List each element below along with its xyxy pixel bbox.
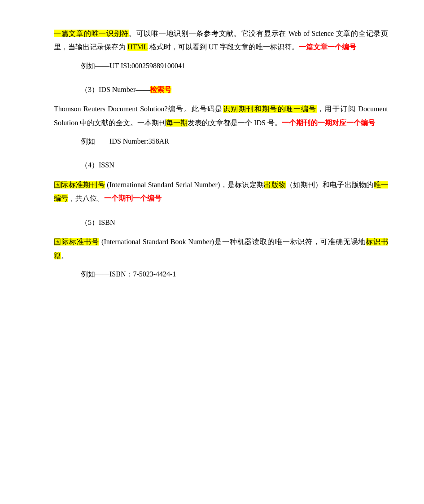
isbn-paragraph: 国际标准书号 (International Standard Book Numb… [54, 235, 388, 263]
ids-highlight-1: 识别期刊和期号的唯一编号 [223, 105, 317, 113]
issn-paragraph: 国际标准期刊号 (International Standard Serial N… [54, 178, 388, 206]
issn-text-1: (International Standard Serial Number)，是… [105, 181, 264, 188]
isbn-text-1: (International Standard Book Number)是一种机… [99, 238, 366, 245]
ut-example: 例如——UT ISI:000259889100041 [81, 60, 388, 73]
ids-heading-highlight: 检索号 [150, 86, 171, 93]
issn-text-2: （如期刊）和电子出版物的 [286, 181, 374, 188]
isbn-text-2: 。 [61, 252, 68, 259]
issn-highlight-1: 国际标准期刊号 [54, 181, 105, 188]
ut-paragraph: 一篇文章的唯一识别符。可以唯一地识别一条参考文献。它没有显示在 Web of S… [54, 27, 388, 54]
ut-summary: 一篇文章一个编号 [299, 43, 356, 51]
ut-section: 一篇文章的唯一识别符。可以唯一地识别一条参考文献。它没有显示在 Web of S… [54, 27, 388, 73]
issn-highlight-2: 出版物 [264, 181, 286, 188]
ids-text-3: 发表的文章都是一个 IDS 号。 [188, 119, 282, 127]
ids-paragraph: Thomson Reuters Document Solution?编号。此号码… [54, 102, 388, 130]
isbn-example: 例如——ISBN：7-5023-4424-1 [81, 268, 388, 281]
isbn-heading: （5）ISBN [81, 216, 388, 229]
ids-text-1: Thomson Reuters Document Solution?编号。此号码… [54, 105, 223, 113]
issn-section: （4）ISSN 国际标准期刊号 (International Standard … [54, 159, 388, 206]
ids-section: （3）IDS Number——检索号 Thomson Reuters Docum… [54, 83, 388, 148]
ids-heading: （3）IDS Number——检索号 [81, 83, 388, 96]
ids-highlight-2: 每一期 [166, 119, 188, 127]
isbn-section: （5）ISBN 国际标准书号 (International Standard B… [54, 216, 388, 281]
ids-heading-text: （3）IDS Number—— [81, 86, 150, 93]
isbn-highlight-1: 国际标准书号 [54, 238, 99, 245]
issn-summary: 一个期刊一个编号 [104, 194, 162, 202]
ut-highlight-1: 一篇文章的唯一识别符 [54, 30, 129, 37]
ut-text-2: 格式时，可以看到 UT 字段文章的唯一标识符。 [148, 43, 299, 51]
ut-html-highlight: HTML [127, 43, 148, 51]
ids-summary: 一个期刊的一期对应一个编号 [282, 119, 375, 127]
issn-text-3: ，共八位。 [68, 194, 104, 202]
issn-heading: （4）ISSN [81, 159, 388, 172]
isbn-heading-text: （5）ISBN [81, 219, 115, 226]
ids-example: 例如——IDS Number:358AR [81, 135, 388, 148]
issn-heading-text: （4）ISSN [81, 161, 114, 169]
